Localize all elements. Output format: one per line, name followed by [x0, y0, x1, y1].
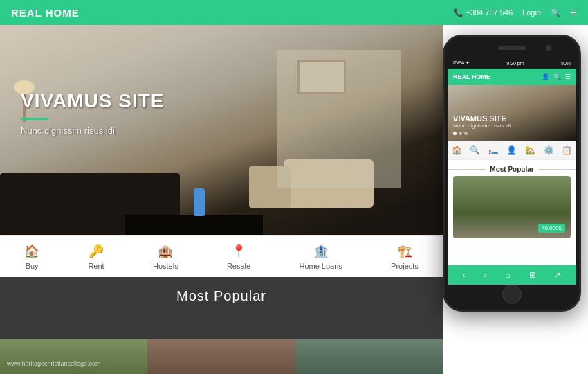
brand-logo: REAL HOME: [11, 7, 80, 19]
navbar: REAL HOME 📞 +384 757 546 Login 🔍 ☰: [0, 0, 588, 25]
category-hostels[interactable]: 🏨 Hostels: [153, 244, 178, 270]
phone-person-icon: 👤: [506, 145, 517, 155]
phone-home-button[interactable]: [502, 285, 522, 304]
category-projects[interactable]: 🏗️ Projects: [391, 244, 419, 270]
phone-dot-2: [459, 132, 462, 135]
phone-home-icon: 🏡: [525, 145, 535, 155]
phone-carrier: IDEA ✦: [453, 60, 470, 66]
category-rent[interactable]: 🔑 Rent: [88, 244, 104, 270]
property-thumb-3[interactable]: [295, 339, 443, 374]
phone-hero: VIVAMUS SITE Nunc dignissim risus idi: [448, 85, 576, 141]
hostels-icon: 🏨: [158, 244, 173, 259]
phone-time: 9:20 pm: [506, 61, 524, 66]
hamburger-menu-icon[interactable]: ☰: [570, 8, 577, 17]
phone-menu-icon: ☰: [565, 73, 571, 80]
phone-dot-1: [453, 132, 457, 135]
phone-share-icon[interactable]: ↗: [554, 270, 561, 280]
phone-hero-title: VIVAMUS SITE: [453, 114, 571, 123]
hero-subtitle: Nunc dignissim risus idi: [21, 125, 165, 136]
navbar-right: 📞 +384 757 546 Login 🔍 ☰: [454, 8, 577, 17]
home-loans-label: Home Loans: [299, 262, 342, 270]
phone-screen: IDEA ✦ 9:20 pm 90% REAL HOME 👤 🔍 ☰ VIVAM…: [448, 57, 576, 285]
hostels-label: Hostels: [153, 262, 178, 270]
vase: [194, 188, 205, 216]
phone-brand-logo: REAL HOME: [453, 73, 490, 80]
popular-title: Most Popular: [176, 288, 266, 304]
buy-label: Buy: [26, 262, 39, 270]
login-button[interactable]: Login: [522, 8, 541, 17]
phone-login-icon: 👤: [542, 73, 549, 80]
phone-gear-icon: ⚙️: [544, 145, 554, 155]
phone-beds-icon: 🛏️: [488, 145, 499, 155]
phone-navbar: REAL HOME 👤 🔍 ☰: [448, 69, 576, 85]
phone-price-badge: 40,000$: [538, 224, 565, 233]
phone-back-icon[interactable]: ‹: [462, 270, 465, 280]
phone-home-btn-icon[interactable]: ⌂: [505, 270, 510, 280]
phone-popular-line-right: [538, 169, 576, 170]
hero-text: VIVAMUS SITE Nunc dignissim risus idi: [21, 90, 165, 136]
phone-status-bar: IDEA ✦ 9:20 pm 90%: [448, 57, 576, 69]
buy-icon: 🏠: [24, 244, 39, 259]
painting: [297, 60, 346, 94]
phone-property-image: 40,000$: [453, 176, 571, 238]
phone-dot-3: [464, 132, 468, 135]
phone-bookmark-icon[interactable]: ⊞: [529, 270, 536, 280]
phone-speaker: [498, 46, 526, 50]
phone-popular-line-left: [448, 169, 486, 170]
category-resale[interactable]: 📍 Resale: [227, 244, 250, 270]
property-thumb-1[interactable]: [0, 339, 147, 374]
projects-label: Projects: [391, 262, 419, 270]
rent-icon: 🔑: [89, 244, 104, 259]
phone-bottom-bar: ‹ › ⌂ ⊞ ↗: [448, 265, 576, 285]
hero-title: VIVAMUS SITE: [21, 90, 165, 112]
phone-grid-icon: 📋: [562, 145, 572, 155]
projects-icon: 🏗️: [397, 244, 412, 259]
phone-battery: 90%: [561, 61, 571, 66]
phone-search2-icon: 🔍: [470, 145, 480, 155]
home-loans-icon: 🏦: [313, 244, 329, 259]
category-home-loans[interactable]: 🏦 Home Loans: [299, 244, 342, 270]
resale-icon: 📍: [231, 244, 246, 259]
rent-label: Rent: [88, 262, 104, 270]
phone-popular-header: Most Popular: [448, 160, 576, 176]
phone-forward-icon[interactable]: ›: [484, 270, 486, 280]
resale-label: Resale: [227, 262, 250, 270]
phone-nav-icons: 👤 🔍 ☰: [542, 73, 571, 80]
phone-camera: [546, 45, 551, 51]
phone-carousel-dots: [453, 132, 571, 135]
search-icon[interactable]: 🔍: [551, 8, 560, 17]
phone-search-icon: 🔍: [553, 73, 561, 80]
category-bar: 🏠 Buy 🔑 Rent 🏨 Hostels 📍 Resale 🏦 Home L…: [0, 235, 443, 277]
category-buy[interactable]: 🏠 Buy: [24, 244, 39, 270]
property-thumb-2[interactable]: [147, 339, 295, 374]
phone-hero-subtitle: Nunc dignissim risus idi: [453, 123, 571, 129]
phone-buy-icon: 🏠: [452, 145, 462, 155]
phone-popular-title: Most Popular: [490, 166, 533, 173]
hero-divider: [21, 118, 48, 120]
phone-number: 📞 +384 757 546: [454, 8, 513, 17]
phone-category-icons: 🏠 🔍 🛏️ 👤 🏡 ⚙️ 📋: [448, 141, 576, 160]
property-thumbnails: [0, 339, 443, 374]
phone-mockup: IDEA ✦ 9:20 pm 90% REAL HOME 👤 🔍 ☰ VIVAM…: [443, 35, 581, 312]
watermark: www.heritagechristiancollege.com: [7, 360, 101, 367]
